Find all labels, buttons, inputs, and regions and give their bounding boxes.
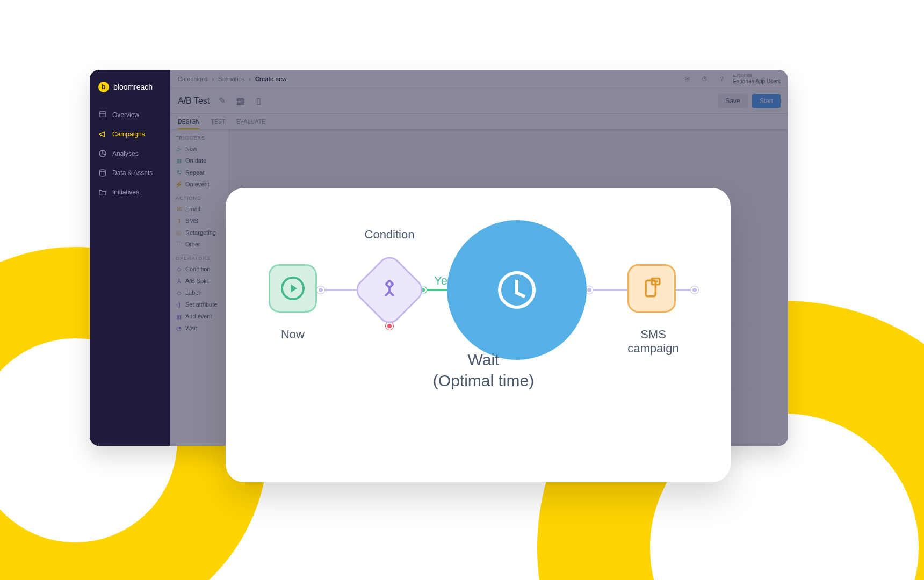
flow-node-wait[interactable] bbox=[447, 220, 587, 360]
svg-point-2 bbox=[100, 170, 106, 172]
sidebar-item-data-assets[interactable]: Data & Assets bbox=[90, 163, 170, 183]
sidebar-item-label: Campaigns bbox=[112, 130, 145, 138]
sidebar: b bloomreach Overview Campaigns Analyses… bbox=[90, 70, 170, 446]
flow-node-label: Condition bbox=[352, 228, 427, 242]
sidebar-item-initiatives[interactable]: Initiatives bbox=[90, 183, 170, 202]
brand-logo: b bloomreach bbox=[90, 76, 170, 105]
connector-dot bbox=[586, 286, 593, 294]
flow-node-condition[interactable] bbox=[352, 252, 427, 328]
sidebar-item-label: Overview bbox=[112, 111, 139, 119]
folder-icon bbox=[98, 188, 107, 197]
overview-icon bbox=[98, 111, 107, 119]
clock-icon bbox=[498, 271, 536, 309]
megaphone-icon bbox=[98, 130, 107, 139]
sidebar-item-analyses[interactable]: Analyses bbox=[90, 144, 170, 163]
flow-node-label: Now bbox=[269, 328, 317, 342]
connector-dot bbox=[317, 286, 324, 294]
connector-dot bbox=[691, 286, 698, 294]
database-icon bbox=[98, 169, 107, 177]
flow-node-label: SMS campaign bbox=[610, 328, 696, 356]
svg-rect-3 bbox=[386, 280, 393, 287]
brand-mark-icon: b bbox=[98, 82, 109, 92]
flow-node-label: Wait (Optimal time) bbox=[371, 349, 596, 391]
branch-icon bbox=[379, 280, 400, 300]
flow-detail-card: Now Condition Yes SMS campaign Wait (Opt… bbox=[226, 188, 731, 482]
play-icon bbox=[281, 277, 305, 300]
sidebar-item-label: Data & Assets bbox=[112, 169, 153, 177]
pie-icon bbox=[98, 149, 107, 158]
flow-node-sms[interactable] bbox=[627, 264, 676, 313]
flow-node-now[interactable] bbox=[269, 264, 317, 313]
brand-name: bloomreach bbox=[113, 83, 153, 91]
sidebar-item-label: Analyses bbox=[112, 150, 139, 157]
sidebar-item-label: Initiatives bbox=[112, 189, 139, 196]
sms-icon bbox=[640, 277, 663, 300]
sidebar-item-overview[interactable]: Overview bbox=[90, 105, 170, 125]
sidebar-item-campaigns[interactable]: Campaigns bbox=[90, 125, 170, 144]
